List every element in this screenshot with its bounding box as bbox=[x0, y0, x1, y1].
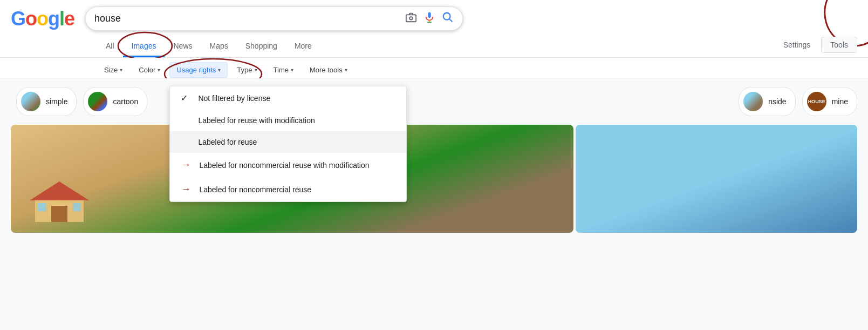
svg-rect-0 bbox=[406, 15, 416, 22]
filter-color[interactable]: Color ▾ bbox=[132, 62, 167, 78]
dropdown-item-not-filtered[interactable]: ✓ Not filtered by license bbox=[170, 86, 406, 110]
header-top: Google bbox=[11, 6, 857, 31]
suggestion-mine[interactable]: HOUSE mine bbox=[802, 87, 857, 116]
search-input[interactable] bbox=[94, 13, 400, 24]
tab-all[interactable]: All bbox=[97, 36, 123, 57]
tab-more[interactable]: More bbox=[286, 36, 320, 57]
header: Google bbox=[0, 0, 868, 58]
nav-row: All Images News Maps Shopping More bbox=[11, 36, 857, 57]
size-dropdown-arrow: ▾ bbox=[120, 67, 122, 73]
color-dropdown-arrow: ▾ bbox=[158, 67, 160, 73]
usage-rights-dropdown: ✓ Not filtered by license Labeled for re… bbox=[169, 86, 407, 202]
nav-right: Settings Tools bbox=[777, 37, 857, 57]
suggestions-row: simple cartoon nside HOUSE mine bbox=[11, 87, 857, 116]
main-content: simple cartoon nside HOUSE mine bbox=[0, 78, 868, 241]
tab-images[interactable]: Images bbox=[123, 36, 165, 57]
tab-news[interactable]: News bbox=[165, 36, 201, 57]
svg-line-6 bbox=[449, 19, 452, 22]
house-image-right bbox=[576, 125, 857, 233]
suggestion-thumb-cartoon bbox=[88, 92, 107, 111]
suggestion-thumb-mine: HOUSE bbox=[807, 92, 826, 111]
nav-tabs: All Images News Maps Shopping More bbox=[11, 36, 320, 57]
tab-maps[interactable]: Maps bbox=[201, 36, 237, 57]
filter-time[interactable]: Time ▾ bbox=[266, 62, 300, 78]
filter-type[interactable]: Type ▾ bbox=[230, 62, 264, 78]
images-row bbox=[11, 125, 857, 233]
camera-icon[interactable] bbox=[405, 11, 417, 26]
search-bar bbox=[85, 6, 463, 31]
arrow-icon-2: → bbox=[181, 184, 190, 195]
suggestion-thumb-nside bbox=[743, 92, 763, 111]
check-icon: ✓ bbox=[181, 93, 192, 103]
filter-bar-wrapper: Size ▾ Color ▾ Usage rights ▾ ✓ Not filt… bbox=[0, 58, 868, 78]
svg-rect-14 bbox=[73, 203, 81, 211]
svg-rect-2 bbox=[428, 12, 431, 18]
usage-rights-dropdown-arrow: ▾ bbox=[218, 67, 221, 73]
tools-button[interactable]: Tools bbox=[821, 37, 857, 53]
svg-point-5 bbox=[443, 13, 450, 20]
suggestion-thumb-simple bbox=[21, 92, 40, 111]
svg-point-1 bbox=[409, 17, 413, 20]
arrow-icon-1: → bbox=[181, 159, 190, 171]
more-tools-dropdown-arrow: ▾ bbox=[345, 67, 347, 73]
suggestion-nside[interactable]: nside bbox=[739, 87, 795, 116]
filter-bar: Size ▾ Color ▾ Usage rights ▾ ✓ Not filt… bbox=[0, 58, 868, 78]
suggestion-simple[interactable]: simple bbox=[16, 87, 77, 116]
filter-size[interactable]: Size ▾ bbox=[97, 62, 129, 78]
svg-rect-13 bbox=[38, 203, 46, 211]
dropdown-item-reuse-modification[interactable]: Labeled for reuse with modification bbox=[170, 110, 406, 131]
search-icon[interactable] bbox=[442, 11, 454, 26]
usage-rights-wrapper: Usage rights ▾ ✓ Not filtered by license… bbox=[169, 62, 228, 78]
dropdown-item-reuse[interactable]: Labeled for reuse bbox=[170, 131, 406, 153]
svg-marker-10 bbox=[30, 181, 89, 200]
mic-icon[interactable] bbox=[423, 11, 435, 26]
dropdown-item-noncommercial-modification[interactable]: → Labeled for noncommercial reuse with m… bbox=[170, 153, 406, 177]
search-icons bbox=[405, 11, 454, 26]
suggestion-cartoon[interactable]: cartoon bbox=[83, 87, 147, 116]
dropdown-item-noncommercial[interactable]: → Labeled for noncommercial reuse bbox=[170, 177, 406, 201]
svg-rect-12 bbox=[51, 206, 67, 222]
tools-container: Tools bbox=[821, 37, 857, 53]
filter-usage-rights[interactable]: Usage rights ▾ bbox=[169, 62, 228, 78]
filter-more-tools[interactable]: More tools ▾ bbox=[303, 62, 354, 78]
time-dropdown-arrow: ▾ bbox=[291, 67, 293, 73]
google-logo[interactable]: Google bbox=[11, 8, 74, 30]
tab-shopping[interactable]: Shopping bbox=[237, 36, 286, 57]
type-dropdown-arrow: ▾ bbox=[255, 67, 257, 73]
settings-link[interactable]: Settings bbox=[777, 37, 817, 52]
